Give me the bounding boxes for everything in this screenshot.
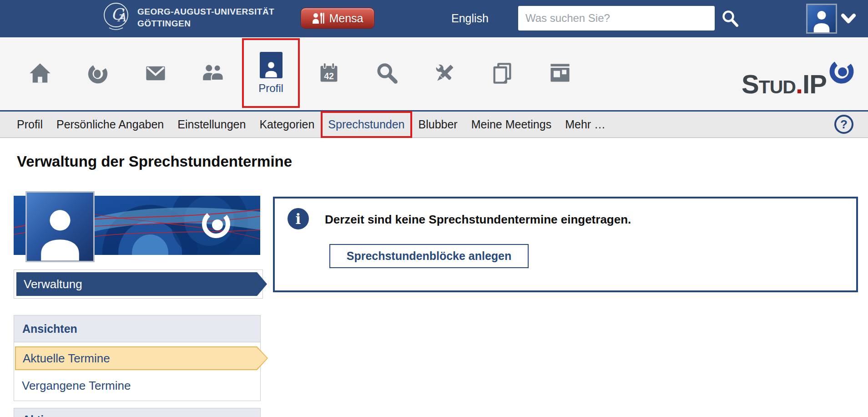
nav-community[interactable]: [184, 38, 242, 108]
main-navigation-toolbar: Profil 42: [0, 37, 868, 112]
nav-messages[interactable]: [126, 38, 184, 108]
university-seal-logo[interactable]: G A: [101, 1, 130, 31]
tab-kategorien[interactable]: Kategorien: [252, 112, 321, 137]
studip-swirl-icon: [828, 58, 855, 85]
nav-profile-label: Profil: [258, 82, 283, 95]
schedule-calendar-icon: 42: [317, 61, 341, 85]
tab-blubber[interactable]: Blubber: [412, 112, 464, 137]
sidebar-section-aktionen-title: Aktionen: [14, 408, 260, 417]
global-search-box: [518, 6, 715, 31]
mail-icon: [144, 61, 167, 85]
calendar-week-number: 42: [324, 71, 334, 81]
tab-persoenliche-angaben[interactable]: Persönliche Angaben: [50, 112, 171, 137]
sidebar-item-aktuelle-termine-label: Aktuelle Termine: [16, 347, 267, 369]
mensa-cutlery-icon: [312, 12, 325, 25]
nav-home[interactable]: [11, 38, 69, 108]
community-icon: [202, 61, 225, 85]
tools-icon: [433, 61, 456, 85]
tab-meine-meetings[interactable]: Meine Meetings: [464, 112, 558, 137]
search-icon: [375, 61, 399, 85]
info-message-text: Derzeit sind keine Sprechstundentermine …: [325, 213, 631, 227]
profile-person-glyph: [263, 59, 279, 78]
search-submit-icon[interactable]: [721, 9, 740, 28]
studip-logo-dot: .: [796, 69, 802, 99]
sidebar-section-aktionen: Aktionen: [14, 408, 261, 417]
home-icon: [28, 61, 52, 85]
nav-courses[interactable]: [69, 38, 126, 108]
sidebar-section-ansichten-title: Ansichten: [14, 315, 260, 342]
university-name-line1: GEORG-AUGUST-UNIVERSITÄT: [137, 6, 274, 18]
avatar-person-icon: [810, 8, 833, 32]
user-menu-chevron-down-icon[interactable]: [841, 13, 856, 25]
studip-logo-part1: Stud: [742, 69, 796, 99]
university-name-line2: GÖTTINGEN: [137, 18, 274, 30]
mensa-button-label: Mensa: [329, 12, 363, 25]
nav-profile-active[interactable]: Profil: [242, 38, 300, 108]
help-icon[interactable]: ?: [834, 115, 853, 134]
nav-news-board[interactable]: [531, 38, 589, 108]
sidebar-avatar-person-icon: [33, 204, 87, 261]
sidebar-nav-verwaltung[interactable]: Verwaltung: [16, 272, 267, 296]
header-bar: G A GEORG-AUGUST-UNIVERSITÄT GÖTTINGEN M…: [0, 0, 868, 37]
studip-logo: Stud.IP: [742, 71, 827, 97]
bulletin-board-icon: [548, 61, 572, 85]
user-avatar[interactable]: [806, 4, 837, 34]
language-switch-link[interactable]: English: [451, 12, 489, 25]
tab-sprechstunden-active[interactable]: Sprechstunden: [321, 112, 411, 137]
sidebar-item-vergangene-termine[interactable]: Vergangene Termine: [15, 371, 260, 401]
mensa-button[interactable]: Mensa: [301, 8, 374, 29]
create-consultation-blocks-button[interactable]: Sprechstundenblöcke anlegen: [329, 244, 529, 268]
studip-screen: G A GEORG-AUGUST-UNIVERSITÄT GÖTTINGEN M…: [0, 0, 868, 417]
nav-search[interactable]: [358, 38, 415, 108]
info-icon: i: [288, 208, 309, 229]
page-title: Verwaltung der Sprechstundentermine: [17, 153, 292, 170]
university-name[interactable]: GEORG-AUGUST-UNIVERSITÄT GÖTTINGEN: [137, 6, 274, 30]
sidebar-item-aktuelle-termine[interactable]: Aktuelle Termine: [15, 346, 268, 370]
tab-einstellungen[interactable]: Einstellungen: [171, 112, 252, 137]
nav-tools[interactable]: [415, 38, 473, 108]
tab-profil[interactable]: Profil: [10, 112, 50, 137]
nav-schedule[interactable]: 42: [300, 38, 358, 108]
files-icon: [490, 61, 514, 85]
studip-logo-part2: IP: [802, 69, 827, 99]
profile-tab-bar: Profil Persönliche Angaben Einstellungen…: [0, 112, 868, 138]
nav-files[interactable]: [473, 38, 531, 108]
profile-icon: [260, 52, 283, 78]
global-search-input[interactable]: [518, 6, 715, 31]
sidebar-section-ansichten: Ansichten Aktuelle Termine Vergangene Te…: [14, 315, 261, 401]
sidebar-user-avatar: [25, 191, 95, 262]
tab-mehr[interactable]: Mehr …: [558, 112, 612, 137]
info-message-box: i Derzeit sind keine Sprechstundentermin…: [273, 197, 858, 292]
svg-text:A: A: [117, 10, 126, 24]
courses-swirl-icon: [86, 61, 110, 85]
